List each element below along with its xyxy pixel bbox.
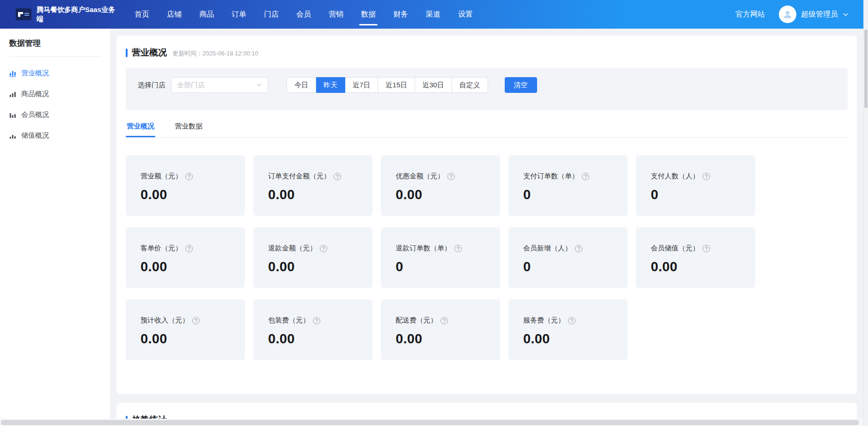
stat-value: 0.00 <box>268 187 358 202</box>
logo-text-lines <box>24 13 29 16</box>
filter-row: 选择门店 全部门店 今日 昨天 近7日 近15日 近30日 自定义 清空 <box>138 77 537 93</box>
sidebar-item-label: 商品概况 <box>21 90 49 98</box>
stat-card-service-fee: 服务费（元）? 0.00 <box>508 299 628 360</box>
stat-card-new-members: 会员新增（人）? 0 <box>508 227 628 288</box>
range-15days-button[interactable]: 近15日 <box>378 77 415 93</box>
nav-marketing[interactable]: 营销 <box>320 0 352 29</box>
stat-label: 订单支付金额（元） <box>268 172 330 181</box>
stat-card-discount-amount: 优惠金额（元）? 0.00 <box>381 155 500 216</box>
help-icon[interactable]: ? <box>185 245 193 252</box>
sidebar-item-member-overview[interactable]: 会员概况 <box>9 110 101 119</box>
stat-value: 0 <box>651 187 740 202</box>
stat-value: 0.00 <box>396 331 485 347</box>
logo-glyph-icon <box>18 12 23 17</box>
help-icon[interactable]: ? <box>575 245 582 252</box>
vertical-scrollbar-thumb[interactable] <box>864 30 868 108</box>
bar-chart-icon <box>9 70 17 77</box>
user-name: 超级管理员 <box>801 10 838 19</box>
stat-value: 0.00 <box>268 259 358 274</box>
person-icon <box>782 9 793 19</box>
user-menu[interactable]: 超级管理员 <box>779 6 849 23</box>
main-content: 营业概况 更新时间：2025-06-18 12:00:10 选择门店 全部门店 … <box>110 29 868 426</box>
help-icon[interactable]: ? <box>320 245 327 252</box>
nav-member[interactable]: 会员 <box>287 0 320 29</box>
stat-card-order-paid-amount: 订单支付金额（元）? 0.00 <box>253 155 373 216</box>
stat-label: 配送费（元） <box>396 316 437 325</box>
top-navbar: 腾马餐饮多商户Saas业务端 首页 店铺 商品 订单 门店 会员 营销 数据 财… <box>0 0 868 29</box>
nav-goods[interactable]: 商品 <box>190 0 223 29</box>
help-icon[interactable]: ? <box>192 317 200 324</box>
sidebar-title: 数据管理 <box>9 38 101 57</box>
stat-label: 包装费（元） <box>268 316 310 325</box>
store-select-label: 选择门店 <box>138 81 165 90</box>
stat-label: 客单价（元） <box>141 244 182 253</box>
stat-value: 0 <box>396 259 485 274</box>
stat-label: 支付订单数（单） <box>523 172 579 181</box>
range-yesterday-button[interactable]: 昨天 <box>316 77 345 93</box>
help-icon[interactable]: ? <box>313 317 320 324</box>
stat-card-revenue: 营业额（元）? 0.00 <box>126 155 245 216</box>
stat-value: 0.00 <box>268 331 358 347</box>
help-icon[interactable]: ? <box>440 317 448 324</box>
help-icon[interactable]: ? <box>454 245 462 252</box>
nav-order[interactable]: 订单 <box>223 0 255 29</box>
stat-label: 退款金额（元） <box>268 244 317 253</box>
range-custom-button[interactable]: 自定义 <box>452 77 488 93</box>
nav-branch[interactable]: 门店 <box>255 0 287 29</box>
official-website-link[interactable]: 官方网站 <box>735 10 765 19</box>
help-icon[interactable]: ? <box>703 245 710 252</box>
stat-label: 优惠金额（元） <box>396 172 444 181</box>
help-icon[interactable]: ? <box>185 173 193 180</box>
sidebar-item-goods-overview[interactable]: 商品概况 <box>9 90 101 98</box>
stat-label: 营业额（元） <box>141 172 182 181</box>
horizontal-scrollbar-thumb[interactable] <box>1 420 859 425</box>
navbar-right: 官方网站 超级管理员 <box>735 6 849 23</box>
range-30days-button[interactable]: 近30日 <box>415 77 452 93</box>
sidebar: 数据管理 营业概况 商品概况 会员概况 储值概况 <box>0 29 110 426</box>
help-icon[interactable]: ? <box>582 173 589 180</box>
sidebar-item-label: 会员概况 <box>21 110 49 119</box>
stat-label: 会员储值（元） <box>651 244 699 253</box>
nav-data[interactable]: 数据 <box>352 0 385 29</box>
stat-value: 0.00 <box>396 187 485 202</box>
sidebar-item-business-overview[interactable]: 营业概况 <box>9 69 101 78</box>
update-time: 更新时间：2025-06-18 12:00:10 <box>172 48 258 58</box>
help-icon[interactable]: ? <box>334 173 341 180</box>
stat-card-member-stored-value: 会员储值（元）? 0.00 <box>636 227 755 288</box>
stat-label: 退款订单数（单） <box>396 244 451 253</box>
main-nav: 首页 店铺 商品 订单 门店 会员 营销 数据 财务 渠道 设置 <box>126 0 482 29</box>
nav-channel[interactable]: 渠道 <box>417 0 449 29</box>
store-select[interactable]: 全部门店 <box>171 77 268 93</box>
stat-value: 0.00 <box>141 187 230 202</box>
nav-store[interactable]: 店铺 <box>158 0 190 29</box>
stat-card-packaging-fee: 包装费（元）? 0.00 <box>253 299 373 360</box>
help-icon[interactable]: ? <box>568 317 575 324</box>
section-header: 营业概况 更新时间：2025-06-18 12:00:10 <box>126 47 848 59</box>
stat-label: 服务费（元） <box>523 316 565 325</box>
nav-home[interactable]: 首页 <box>126 0 158 29</box>
range-today-button[interactable]: 今日 <box>287 77 316 93</box>
stat-card-delivery-fee: 配送费（元）? 0.00 <box>381 299 500 360</box>
accent-bar <box>126 49 128 57</box>
range-7days-button[interactable]: 近7日 <box>345 77 378 93</box>
stat-card-expected-income: 预计收入（元）? 0.00 <box>126 299 245 360</box>
tab-business-data[interactable]: 营业数据 <box>175 122 202 137</box>
help-icon[interactable]: ? <box>703 173 710 180</box>
overview-tabs: 营业概况 营业数据 <box>126 122 848 138</box>
sidebar-item-label: 营业概况 <box>21 69 49 78</box>
clear-button[interactable]: 清空 <box>505 77 537 93</box>
stat-card-paid-orders: 支付订单数（单）? 0 <box>508 155 628 216</box>
nav-finance[interactable]: 财务 <box>385 0 417 29</box>
horizontal-scrollbar-track <box>0 419 868 426</box>
brand-name: 腾马餐饮多商户Saas业务端 <box>37 5 116 24</box>
stat-value: 0 <box>523 187 613 202</box>
help-icon[interactable]: ? <box>447 173 455 180</box>
nav-settings[interactable]: 设置 <box>449 0 482 29</box>
sidebar-item-stored-value-overview[interactable]: 储值概况 <box>9 131 101 140</box>
stat-card-refund-amount: 退款金额（元）? 0.00 <box>253 227 373 288</box>
page-title: 营业概况 <box>132 47 167 59</box>
stat-value: 0.00 <box>523 331 613 347</box>
brand[interactable]: 腾马餐饮多商户Saas业务端 <box>16 5 121 24</box>
tab-business-overview[interactable]: 营业概况 <box>127 122 154 137</box>
stat-label: 预计收入（元） <box>141 316 189 325</box>
